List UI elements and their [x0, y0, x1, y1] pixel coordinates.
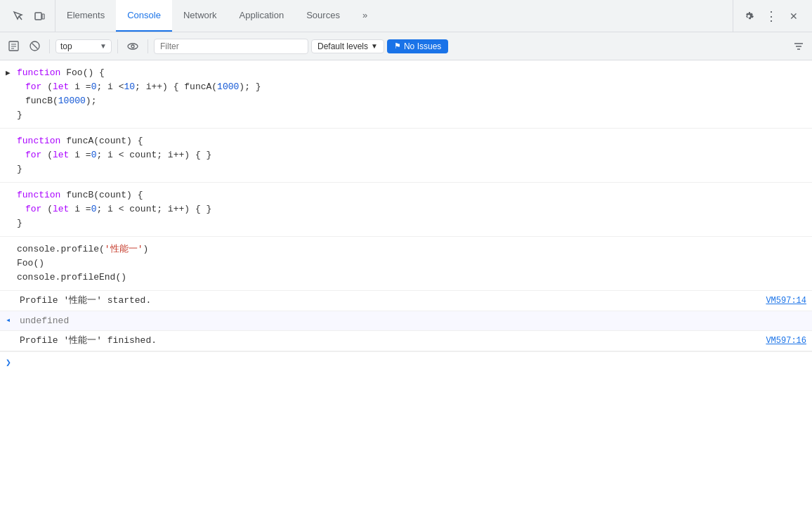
filter-input[interactable]: [154, 39, 308, 54]
tab-sources[interactable]: Sources: [295, 0, 351, 32]
svg-rect-0: [35, 13, 41, 20]
prompt-arrow-icon: ❯: [6, 356, 11, 370]
svg-point-5: [131, 45, 134, 48]
code-block-funcb: function funcB(count) { for ( let i = 0 …: [0, 183, 812, 237]
settings-button[interactable]: [739, 6, 759, 26]
levels-chevron-icon: ▼: [371, 42, 378, 50]
code-line: console.profileEnd(): [0, 271, 812, 285]
clear-console-button[interactable]: [25, 37, 44, 56]
tab-network[interactable]: Network: [172, 0, 228, 32]
context-selector[interactable]: top ▼: [55, 39, 112, 53]
no-issues-button[interactable]: ⚑ No Issues: [387, 39, 448, 53]
return-arrow-icon: ◂: [6, 314, 20, 327]
code-line: for ( let i = 0 ; i < count; i++) { }: [0, 148, 812, 162]
svg-rect-1: [42, 14, 44, 19]
expand-messages-button[interactable]: [4, 37, 22, 56]
tab-console[interactable]: Console: [116, 0, 172, 32]
tab-more[interactable]: »: [351, 0, 379, 32]
context-chevron-icon: ▼: [100, 42, 107, 50]
separator-2: [117, 39, 118, 53]
console-prompt-row: ❯: [0, 351, 812, 375]
tab-application[interactable]: Application: [228, 0, 296, 32]
code-line: for ( let i = 0 ; i < count; i++) { }: [0, 202, 812, 216]
profile-finished-row: Profile '性能一' finished. VM597:16: [0, 331, 812, 351]
profile-finished-text: Profile '性能一' finished.: [20, 334, 766, 348]
close-devtools-button[interactable]: ✕: [784, 6, 804, 26]
more-options-button[interactable]: ⋮: [761, 6, 781, 26]
code-line: }: [0, 162, 812, 176]
console-toolbar: top ▼ Default levels ▼ ⚑ No Issues: [0, 32, 812, 60]
code-line: function funcA(count) {: [0, 134, 812, 148]
main-tabs: Elements Console Network Application Sou…: [55, 0, 733, 32]
code-line: }: [0, 108, 812, 122]
code-block-funca: function funcA(count) { for ( let i = 0 …: [0, 129, 812, 183]
eye-icon-button[interactable]: [124, 37, 142, 56]
expand-icon[interactable]: ▶: [6, 67, 17, 79]
default-levels-button[interactable]: Default levels ▼: [311, 39, 384, 53]
filter-settings-button[interactable]: [790, 37, 808, 56]
code-line: console.profile( '性能一' ): [0, 242, 812, 256]
issues-flag-icon: ⚑: [394, 41, 401, 51]
code-block-foo: ▶ function Foo() { for ( let i = 0 ; i <…: [0, 60, 812, 129]
code-line: function funcB(count) {: [0, 188, 812, 202]
return-value-text: undefined: [20, 314, 69, 328]
tab-elements[interactable]: Elements: [55, 0, 116, 32]
profile-started-text: Profile '性能一' started.: [20, 294, 766, 308]
return-row: ◂ undefined: [0, 311, 812, 332]
profile-started-row: Profile '性能一' started. VM597:14: [0, 291, 812, 311]
console-output: ▶ function Foo() { for ( let i = 0 ; i <…: [0, 60, 812, 520]
devtools-icons: [3, 0, 55, 32]
inspect-element-button[interactable]: [8, 6, 28, 26]
svg-point-4: [128, 44, 138, 49]
code-block-profile-calls: console.profile( '性能一' ) Foo() console.p…: [0, 237, 812, 291]
code-line: Foo(): [0, 256, 812, 271]
code-line: ▶ function Foo() {: [0, 66, 812, 80]
code-line: funcB( 10000 );: [0, 94, 812, 108]
console-prompt-input[interactable]: [15, 358, 806, 368]
profile-started-location[interactable]: VM597:14: [766, 294, 806, 307]
separator-1: [49, 39, 50, 53]
separator-3: [148, 39, 148, 53]
profile-finished-location[interactable]: VM597:16: [766, 334, 806, 347]
code-line: }: [0, 216, 812, 230]
tab-bar: Elements Console Network Application Sou…: [0, 0, 812, 32]
tab-bar-right-icons: ⋮ ✕: [733, 0, 809, 32]
device-mode-button[interactable]: [30, 6, 49, 26]
code-line: for ( let i = 0 ; i < 10 ; i++) { funcA(…: [0, 80, 812, 94]
